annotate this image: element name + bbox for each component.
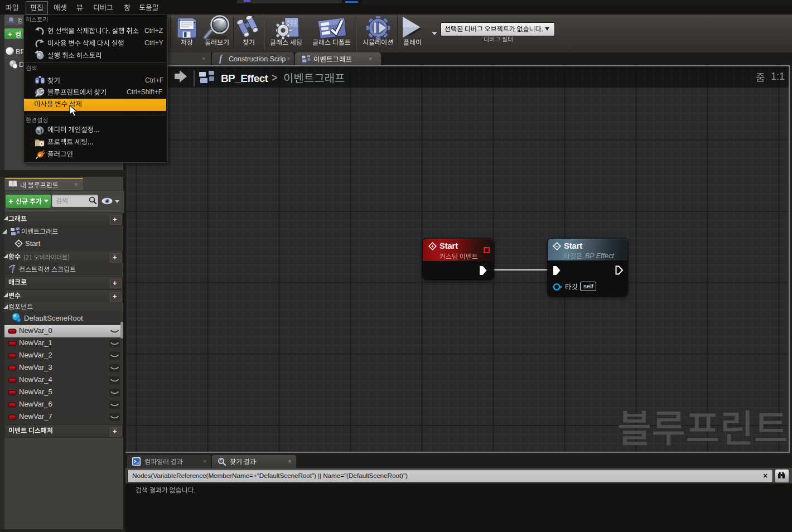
svg-text:f: f: [12, 265, 15, 273]
